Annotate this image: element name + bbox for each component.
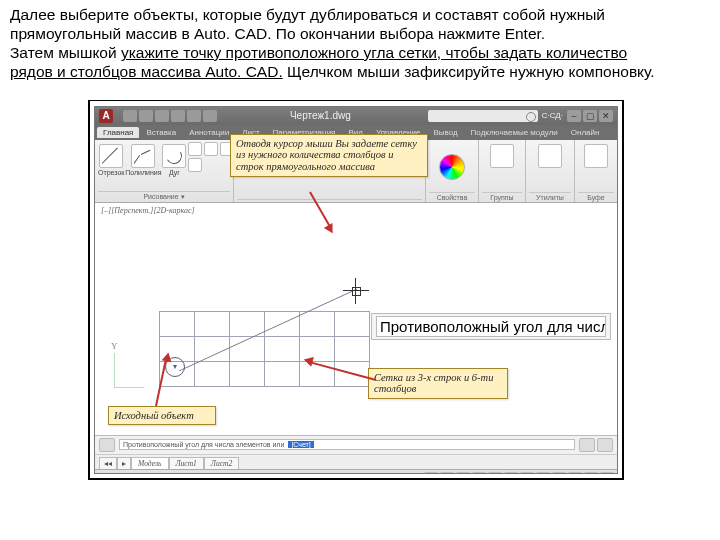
layout-nav-prev[interactable]: ◂◂ xyxy=(99,457,117,469)
group-icon[interactable] xyxy=(490,144,514,168)
window-title: Чертеж1.dwg xyxy=(217,110,424,121)
status-bar xyxy=(95,469,617,474)
tab-layout1[interactable]: Лист1 xyxy=(169,457,204,469)
cmd-history-button[interactable] xyxy=(99,438,115,452)
arc-button[interactable]: Дуг xyxy=(162,142,186,178)
measure-icon[interactable] xyxy=(538,144,562,168)
arc-label: Дуг xyxy=(169,169,180,176)
drawing-area[interactable]: [–][Перспект.][2D-каркас] Y ▾ Противопол… xyxy=(95,203,617,435)
callout-top: Отводя курсор мыши Вы задаете сетку из н… xyxy=(230,134,428,177)
crosshair-cursor xyxy=(343,278,369,304)
quick-access-toolbar[interactable] xyxy=(123,110,217,122)
status-button[interactable] xyxy=(536,472,550,474)
panel-utilities: Утилиты xyxy=(526,140,575,202)
maximize-button[interactable]: ▢ xyxy=(583,110,597,122)
qat-button[interactable] xyxy=(155,110,169,122)
cmd-scroll-down[interactable] xyxy=(597,438,613,452)
qat-button[interactable] xyxy=(171,110,185,122)
close-button[interactable]: ✕ xyxy=(599,110,613,122)
t4u: рядов и столбцов массива Auto. CAD. xyxy=(10,63,283,80)
status-button[interactable] xyxy=(424,472,438,474)
help-search-input[interactable] xyxy=(428,110,538,122)
t3u: укажите точку противоположного угла сетк… xyxy=(121,44,627,61)
draw-small-buttons xyxy=(188,142,234,172)
autocad-screenshot: A Чертеж1.dwg С·СД· – ▢ ✕ Главная Вставк… xyxy=(88,100,624,480)
t1: Далее выберите объекты, которые будут ду… xyxy=(10,6,605,23)
t2: прямоугольный массив в Auto. CAD. По око… xyxy=(10,25,545,42)
status-button[interactable] xyxy=(552,472,566,474)
line-button[interactable]: Отрезок xyxy=(98,142,124,178)
dynamic-input-prompt: Противоположный угол для числа элементов… xyxy=(376,316,606,337)
t3a: Затем мышкой xyxy=(10,44,121,61)
cmd-scroll-up[interactable] xyxy=(579,438,595,452)
status-button[interactable] xyxy=(440,472,454,474)
polyline-label: Полилиния xyxy=(125,169,161,176)
callout-origin: Исходный объект xyxy=(108,406,216,426)
prompt-text: Противоположный угол для числа элементов… xyxy=(380,318,606,335)
panel-title-properties: Свойства xyxy=(429,192,475,201)
status-button[interactable] xyxy=(568,472,582,474)
dynamic-input[interactable]: Противоположный угол для числа элементов… xyxy=(371,313,611,340)
status-button[interactable] xyxy=(600,472,614,474)
status-button[interactable] xyxy=(584,472,598,474)
draw-tool-button[interactable] xyxy=(188,142,202,156)
panel-properties: Свойства xyxy=(426,140,479,202)
draw-tool-button[interactable] xyxy=(188,158,202,172)
array-preview-grid xyxy=(159,311,370,387)
paste-icon[interactable] xyxy=(584,144,608,168)
tab-annotate[interactable]: Аннотации xyxy=(183,127,235,138)
cmd-option[interactable]: [Счет] xyxy=(288,441,313,448)
command-line[interactable]: Противоположный угол для числа элементов… xyxy=(95,436,617,454)
title-bar: A Чертеж1.dwg С·СД· – ▢ ✕ xyxy=(95,107,617,125)
panel-groups: Группы xyxy=(479,140,526,202)
color-wheel-icon[interactable] xyxy=(439,154,465,180)
tab-model[interactable]: Модель xyxy=(131,457,169,469)
arc-icon xyxy=(162,144,186,168)
qat-button[interactable] xyxy=(187,110,201,122)
qat-button[interactable] xyxy=(123,110,137,122)
status-button[interactable] xyxy=(504,472,518,474)
panel-clipboard: Буфе xyxy=(575,140,617,202)
polyline-icon xyxy=(131,144,155,168)
status-button[interactable] xyxy=(472,472,486,474)
t4a: Щелчком мыши зафиксируйте нужную компоно… xyxy=(283,63,655,80)
minimize-button[interactable]: – xyxy=(567,110,581,122)
qat-button[interactable] xyxy=(203,110,217,122)
panel-title-clip: Буфе xyxy=(578,192,614,201)
status-button[interactable] xyxy=(520,472,534,474)
infocenter-label: С·СД· xyxy=(542,111,563,120)
layout-nav-next[interactable]: ▸ xyxy=(117,457,131,469)
tab-plugins[interactable]: Подключаемые модули xyxy=(465,127,564,138)
line-label: Отрезок xyxy=(98,169,124,176)
line-icon xyxy=(99,144,123,168)
layout-tabs: ◂◂ ▸ Модель Лист1 Лист2 xyxy=(95,454,617,469)
draw-tool-button[interactable] xyxy=(204,142,218,156)
callout-mid: Сетка из 3-х строк и 6-ти столбцов xyxy=(368,368,508,400)
cmd-side-buttons xyxy=(99,438,115,452)
command-input[interactable]: Противоположный угол для числа элементов… xyxy=(119,439,575,450)
panel-title-groups: Группы xyxy=(482,192,522,201)
viewport-label[interactable]: [–][Перспект.][2D-каркас] xyxy=(101,206,195,215)
axis-y-label: Y xyxy=(111,341,118,351)
status-button[interactable] xyxy=(456,472,470,474)
tab-home[interactable]: Главная xyxy=(97,127,139,138)
tab-online[interactable]: Онлайн xyxy=(565,127,606,138)
panel-title-draw: Рисование ▾ xyxy=(98,191,230,201)
polyline-button[interactable]: Полилиния xyxy=(126,142,160,178)
tab-output[interactable]: Вывод xyxy=(427,127,463,138)
qat-button[interactable] xyxy=(139,110,153,122)
tab-insert[interactable]: Вставка xyxy=(140,127,182,138)
cmd-text: Противоположный угол для числа элементов… xyxy=(123,441,284,448)
tab-layout2[interactable]: Лист2 xyxy=(204,457,239,469)
panel-draw: Отрезок Полилиния Дуг Рисовани xyxy=(95,140,234,202)
app-logo-icon[interactable]: A xyxy=(99,109,113,123)
ucs-icon xyxy=(105,353,135,393)
panel-title-utilities: Утилиты xyxy=(529,192,571,201)
status-button[interactable] xyxy=(488,472,502,474)
instruction-text: Далее выберите объекты, которые будут ду… xyxy=(0,0,720,84)
